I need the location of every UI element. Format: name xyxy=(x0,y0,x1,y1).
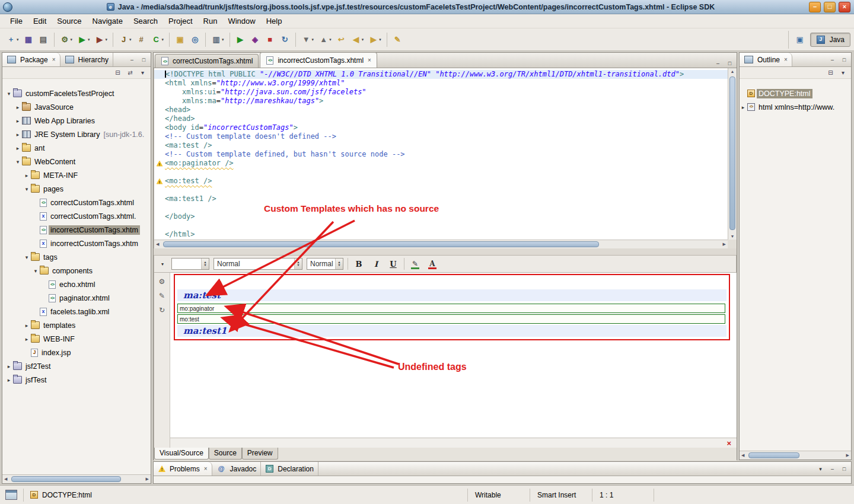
tree-item-index-jsp[interactable]: index.jsp xyxy=(2,346,151,359)
tree-item-paginator-xhtml[interactable]: paginator.xhtml xyxy=(2,291,151,305)
menu-help[interactable]: Help xyxy=(261,15,288,27)
tree-item-incorrectcustomtags-xhtm[interactable]: incorrectCustomTags.xhtm xyxy=(2,237,151,250)
tree-item-correctcustomtags-xhtml[interactable]: correctCustomTags.xhtml. xyxy=(2,209,151,223)
java-perspective-button[interactable]: Java xyxy=(810,33,850,47)
code-line-5[interactable]: <head> xyxy=(154,106,728,114)
debug-button[interactable]: ⚙▾ xyxy=(58,33,75,47)
stop-button[interactable]: ■ xyxy=(263,33,278,47)
expand-arrow-icon[interactable]: ▾ xyxy=(32,268,39,274)
maximize-editor-button[interactable]: □ xyxy=(725,59,735,68)
vpe-element-mo-paginator[interactable]: mo:paginator xyxy=(177,304,725,313)
menu-run[interactable]: Run xyxy=(198,15,223,27)
scroll-left-icon[interactable]: ◀ xyxy=(156,242,159,247)
code-line-7[interactable]: <body id="incorrectCustomTags"> xyxy=(154,123,728,132)
tab-outline[interactable]: Outline × xyxy=(740,53,792,66)
scroll-right-icon[interactable]: ▶ xyxy=(146,477,149,481)
vpe-tab-source[interactable]: Source xyxy=(209,448,242,460)
expand-arrow-icon[interactable]: ▸ xyxy=(23,336,30,342)
editor-hscrollbar[interactable]: ◀ ▶ xyxy=(154,240,728,248)
code-line-19[interactable]: </html> xyxy=(154,230,728,239)
close-tab-icon[interactable]: × xyxy=(368,57,371,63)
minimize-view-button[interactable]: – xyxy=(127,55,137,64)
background-color-button[interactable]: ✎ xyxy=(409,258,422,270)
previous-annotation-button[interactable]: ▲▾ xyxy=(316,33,334,47)
tree-item-jre-system-library[interactable]: ▸JRE System Library[sun-jdk-1.6. xyxy=(2,127,151,141)
menu-window[interactable]: Window xyxy=(222,15,260,27)
bottom-tab-declaration[interactable]: Declaration xyxy=(261,462,318,476)
outline-view-menu-button[interactable]: ▾ xyxy=(838,68,848,78)
relaunch-button[interactable]: ↻ xyxy=(278,33,292,47)
system-menu-icon[interactable] xyxy=(3,2,12,12)
scroll-up-icon[interactable]: ▲ xyxy=(731,69,735,74)
expand-arrow-icon[interactable]: ▸ xyxy=(14,104,21,110)
tree-item-web-app-libraries[interactable]: ▸Web App Libraries xyxy=(2,114,151,127)
open-resource-button[interactable]: ▣ xyxy=(173,33,187,47)
vpe-tab-visual-source[interactable]: Visual/Source xyxy=(154,448,209,460)
expand-arrow-icon[interactable]: ▾ xyxy=(5,91,12,97)
vpe-preferences-button[interactable]: ⚙ xyxy=(156,275,168,288)
close-window-button[interactable]: × xyxy=(839,2,850,12)
code-line-13[interactable]: <mo:test /> xyxy=(154,177,728,186)
code-line-12[interactable] xyxy=(154,168,728,177)
close-view-icon[interactable]: × xyxy=(52,56,56,63)
tree-item-components[interactable]: ▾components xyxy=(2,264,151,277)
new-class-dropdown-icon[interactable]: ▾ xyxy=(162,37,164,42)
external-tools-dropdown-icon[interactable]: ▾ xyxy=(106,37,108,42)
back-dropdown-icon[interactable]: ▾ xyxy=(362,37,364,42)
save-button[interactable]: ▦ xyxy=(21,33,36,47)
scroll-right-icon[interactable]: ▶ xyxy=(723,242,726,247)
package-explorer-hscrollbar[interactable]: ◀ ▶ xyxy=(2,474,151,483)
maximize-problems-button[interactable]: □ xyxy=(839,464,849,473)
tree-item-web-inf[interactable]: ▸WEB-INF xyxy=(2,332,151,346)
outline-hscrollbar[interactable]: ◀ ▶ xyxy=(740,451,851,460)
code-line-3[interactable]: xmlns:ui="http://java.sun.com/jsf/facele… xyxy=(154,88,728,97)
new-wizard-button[interactable]: +▾ xyxy=(4,33,21,47)
run-last-button[interactable]: ▶ xyxy=(233,33,248,47)
vpe-menu-button[interactable]: ▾ xyxy=(158,259,167,269)
vpe-element-mo-test[interactable]: mo:test xyxy=(177,314,725,324)
expand-arrow-icon[interactable]: ▸ xyxy=(5,377,12,383)
tree-item-meta-inf[interactable]: ▸META-INF xyxy=(2,168,151,182)
scroll-left-icon[interactable]: ◀ xyxy=(741,453,744,458)
fast-view-button[interactable] xyxy=(5,490,17,500)
code-line-9[interactable]: <ma:test /> xyxy=(154,141,728,150)
code-line-14[interactable] xyxy=(154,186,728,194)
menu-project[interactable]: Project xyxy=(163,15,197,27)
new-wizard-dropdown-icon[interactable]: ▾ xyxy=(17,37,19,42)
window-titlebar[interactable]: e Java - /media/sda3/head/trunk/jsf/test… xyxy=(0,0,854,14)
editor-tab-incorrectcustomtags-xhtml[interactable]: incorrectCustomTags.xhtml× xyxy=(260,52,377,68)
next-annotation-dropdown-icon[interactable]: ▾ xyxy=(312,37,314,42)
menu-source[interactable]: Source xyxy=(52,15,87,27)
bold-button[interactable]: B xyxy=(352,258,365,270)
run-dropdown-icon[interactable]: ▾ xyxy=(88,37,90,42)
maximize-outline-button[interactable]: □ xyxy=(839,55,849,64)
new-package-button[interactable]: # xyxy=(134,33,149,47)
menu-file[interactable]: File xyxy=(5,15,28,27)
code-line-2[interactable]: <html xmlns="http://www.w3.org/1999/xhtm… xyxy=(154,79,728,88)
spinner-icon[interactable]: ▲▼ xyxy=(201,259,209,269)
expand-arrow-icon[interactable]: ▸ xyxy=(23,323,30,328)
vpe-element-ma-test[interactable]: ma:test xyxy=(177,289,726,301)
expand-arrow-icon[interactable]: ▸ xyxy=(14,132,21,138)
last-edit-location-button[interactable]: ↩ xyxy=(334,33,349,47)
maximize-view-button[interactable]: □ xyxy=(139,55,149,64)
tab-hierarchy[interactable]: Hierarchy xyxy=(60,53,113,66)
code-line-16[interactable] xyxy=(154,203,728,212)
code-line-10[interactable]: <!-- Custom template defined, but hasn't… xyxy=(154,150,728,159)
menu-navigate[interactable]: Navigate xyxy=(87,15,128,27)
external-tools-button[interactable]: ▶▾ xyxy=(93,33,110,47)
back-button[interactable]: ◀▾ xyxy=(349,33,367,47)
tab-package-explorer[interactable]: Package × xyxy=(2,53,60,66)
scrollbar-thumb[interactable] xyxy=(729,76,735,230)
code-line-4[interactable]: xmlns:ma="http://mareshkau/tags"> xyxy=(154,97,728,106)
tree-item-customfaceletstestproject[interactable]: ▾customFaceletsTestProject xyxy=(2,87,151,100)
vpe-tab-preview[interactable]: Preview xyxy=(242,448,278,460)
link-with-editor-button[interactable]: ⇄ xyxy=(125,68,135,78)
forward-dropdown-icon[interactable]: ▾ xyxy=(379,37,381,42)
spinner-icon[interactable]: ▲▼ xyxy=(335,259,343,269)
menu-search[interactable]: Search xyxy=(128,15,163,27)
maximize-window-button[interactable]: □ xyxy=(824,2,836,12)
code-line-8[interactable]: <!-- Custom template doesn't defined --> xyxy=(154,132,728,141)
search-button[interactable]: ◎ xyxy=(187,33,202,47)
minimize-window-button[interactable]: – xyxy=(809,2,821,12)
